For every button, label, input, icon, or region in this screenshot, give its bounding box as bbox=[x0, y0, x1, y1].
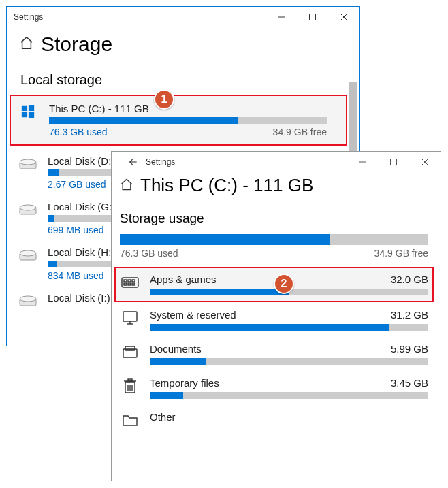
disk-name: This PC (C:) - 111 GB bbox=[49, 103, 327, 114]
apps-icon bbox=[120, 274, 140, 291]
svg-rect-31 bbox=[123, 349, 137, 357]
svg-point-13 bbox=[20, 250, 36, 256]
svg-rect-21 bbox=[122, 278, 138, 287]
drive-icon bbox=[19, 295, 38, 311]
svg-rect-24 bbox=[132, 280, 135, 282]
annotation-2: 2 bbox=[274, 274, 294, 294]
svg-rect-4 bbox=[22, 106, 27, 111]
total-used: 76.3 GB used bbox=[120, 248, 178, 259]
category-label: Temporary files bbox=[150, 377, 219, 389]
drive-icon bbox=[19, 249, 38, 265]
category-label: Other bbox=[150, 411, 176, 423]
svg-point-15 bbox=[20, 296, 36, 302]
category-label: Apps & games bbox=[150, 274, 217, 285]
total-usage-bar bbox=[120, 234, 428, 245]
svg-rect-7 bbox=[29, 112, 34, 118]
titlebar[interactable]: Settings bbox=[7, 7, 359, 27]
page-title: This PC (C:) - 111 GB bbox=[140, 175, 313, 196]
svg-rect-23 bbox=[128, 280, 131, 282]
home-icon[interactable] bbox=[19, 35, 34, 53]
window-title: Settings bbox=[146, 157, 175, 167]
svg-rect-1 bbox=[310, 14, 316, 20]
folder-icon bbox=[120, 411, 140, 429]
category-label: Documents bbox=[150, 343, 202, 355]
category-size: 5.99 GB bbox=[391, 343, 428, 355]
close-button[interactable] bbox=[409, 152, 441, 172]
back-button[interactable] bbox=[118, 148, 146, 176]
svg-point-9 bbox=[20, 159, 36, 165]
svg-rect-25 bbox=[124, 283, 127, 285]
window-title: Settings bbox=[14, 12, 43, 22]
maximize-button[interactable] bbox=[378, 152, 409, 172]
minimize-button[interactable] bbox=[266, 7, 297, 27]
svg-rect-27 bbox=[132, 283, 135, 285]
disk-item-c[interactable]: This PC (C:) - 111 GB 76.3 GB used 34.9 … bbox=[10, 95, 347, 146]
svg-rect-5 bbox=[29, 105, 34, 111]
page-header: This PC (C:) - 111 GB bbox=[112, 172, 441, 203]
home-icon[interactable] bbox=[120, 178, 133, 194]
svg-rect-6 bbox=[22, 112, 27, 117]
page-title: Storage bbox=[41, 33, 112, 56]
svg-rect-26 bbox=[128, 283, 131, 285]
category-other[interactable]: Other bbox=[120, 404, 428, 434]
close-button[interactable] bbox=[328, 7, 359, 27]
svg-rect-28 bbox=[123, 312, 137, 321]
disk-free: 34.9 GB free bbox=[273, 127, 327, 137]
svg-rect-18 bbox=[391, 159, 397, 165]
disk-used: 76.3 GB used bbox=[49, 127, 108, 137]
drive-icon bbox=[19, 204, 38, 220]
category-size: 31.2 GB bbox=[391, 309, 428, 321]
category-documents[interactable]: Documents5.99 GB bbox=[120, 336, 428, 370]
svg-rect-38 bbox=[128, 379, 132, 381]
section-title: Local storage bbox=[7, 64, 359, 95]
disk-used: 699 MB used bbox=[48, 225, 104, 235]
usage-bar bbox=[49, 117, 327, 124]
system-icon bbox=[120, 309, 140, 327]
maximize-button[interactable] bbox=[297, 7, 328, 27]
category-size: 32.0 GB bbox=[391, 274, 428, 285]
trash-icon bbox=[120, 377, 140, 395]
category-bar bbox=[150, 392, 428, 399]
settings-window-drive-detail: Settings This PC (C:) - 111 GB Storage u… bbox=[111, 151, 441, 481]
category-bar bbox=[150, 358, 428, 365]
documents-icon bbox=[120, 343, 140, 361]
minimize-button[interactable] bbox=[347, 152, 378, 172]
svg-rect-22 bbox=[124, 280, 127, 282]
scrollbar-thumb[interactable] bbox=[349, 82, 357, 157]
drive-icon bbox=[19, 158, 38, 174]
category-size: 3.45 GB bbox=[391, 377, 428, 389]
category-bar bbox=[150, 324, 428, 331]
section-title: Storage usage bbox=[112, 203, 441, 234]
category-system[interactable]: System & reserved31.2 GB bbox=[120, 302, 428, 336]
disk-used: 2.67 GB used bbox=[48, 179, 106, 190]
category-temp[interactable]: Temporary files3.45 GB bbox=[120, 370, 428, 404]
disk-used: 834 MB used bbox=[48, 270, 104, 281]
svg-point-11 bbox=[20, 205, 36, 210]
annotation-1: 1 bbox=[154, 89, 174, 110]
category-label: System & reserved bbox=[150, 309, 236, 321]
page-header: Storage bbox=[7, 27, 359, 64]
windows-logo-icon bbox=[20, 104, 39, 120]
total-free: 34.9 GB free bbox=[374, 248, 428, 259]
titlebar[interactable]: Settings bbox=[112, 152, 441, 172]
